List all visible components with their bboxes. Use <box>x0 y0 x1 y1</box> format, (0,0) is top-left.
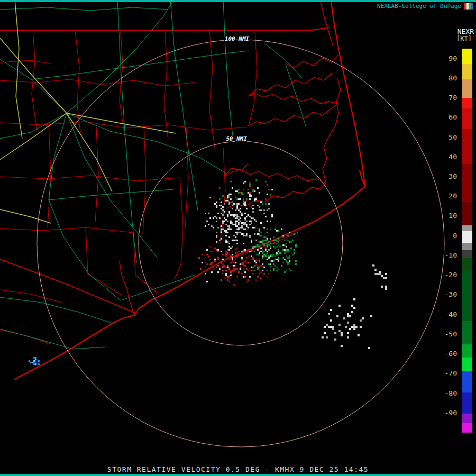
radar-echo <box>338 324 341 326</box>
radar-echo <box>222 214 224 216</box>
radar-echo <box>217 271 219 273</box>
radar-echo <box>265 255 267 257</box>
radar-echo <box>251 217 252 219</box>
radar-echo <box>209 217 211 219</box>
radar-echo <box>244 265 246 267</box>
radar-echo <box>273 263 274 265</box>
range-ring-label: 100 NMI <box>225 35 250 42</box>
radar-echo <box>219 217 221 219</box>
radar-echo <box>244 202 246 203</box>
radar-echo <box>232 254 233 255</box>
radar-echo <box>271 216 273 217</box>
radar-echo <box>263 243 265 244</box>
radar-echo <box>255 263 257 265</box>
radar-echo <box>262 255 263 257</box>
radar-echo <box>279 246 281 248</box>
radar-echo <box>235 222 236 224</box>
radar-echo <box>243 194 244 195</box>
radar-echo <box>216 267 217 268</box>
radar-echo <box>202 262 203 263</box>
radar-echo <box>228 213 230 214</box>
radar-echo <box>209 197 211 198</box>
radar-echo <box>224 265 225 267</box>
radar-echo <box>221 202 222 203</box>
radar-echo <box>219 240 221 241</box>
radar-echo <box>233 216 235 217</box>
radar-echo <box>338 305 341 307</box>
logo-stripe <box>471 3 473 10</box>
radar-echo <box>255 198 257 200</box>
county-line <box>0 60 51 63</box>
radar-echo <box>252 270 254 271</box>
radar-echo <box>216 249 217 251</box>
radar-echo <box>38 360 40 362</box>
radar-echo <box>276 267 278 268</box>
radar-echo <box>235 236 236 238</box>
neuse-river-north <box>224 169 326 183</box>
radar-echo <box>251 221 252 222</box>
radar-echo <box>336 315 338 317</box>
radar-echo <box>270 260 271 262</box>
radar-echo <box>227 241 228 243</box>
radar-echo <box>238 198 240 200</box>
radar-echo <box>265 249 267 251</box>
radar-echo <box>200 268 202 270</box>
radar-echo <box>284 244 286 246</box>
radar-echo <box>216 236 217 238</box>
radar-echo <box>267 246 268 248</box>
radar-echo <box>225 230 227 232</box>
radar-echo <box>222 195 224 197</box>
radar-echo <box>236 255 238 257</box>
radar-echo <box>294 252 295 254</box>
radar-echo <box>235 240 236 241</box>
radar-echo <box>225 276 227 278</box>
radar-echo <box>243 202 244 203</box>
radar-echo <box>252 257 254 259</box>
radar-echo <box>370 315 372 317</box>
radar-echo <box>230 248 232 249</box>
radar-echo <box>322 336 324 338</box>
radar-echo <box>259 251 260 252</box>
radar-echo <box>219 268 221 270</box>
radar-echo <box>246 216 248 217</box>
radar-echo <box>36 362 38 363</box>
radar-echo <box>232 224 233 225</box>
radar-echo <box>287 249 289 251</box>
radar-echo <box>251 255 252 257</box>
radar-echo <box>221 230 222 232</box>
radar-echo <box>276 246 278 248</box>
radar-echo <box>349 315 351 317</box>
radar-echo <box>286 243 287 244</box>
radar-echo <box>271 260 273 262</box>
radar-echo <box>268 273 270 274</box>
radar-echo <box>206 249 208 251</box>
radar-echo <box>230 262 232 263</box>
radar-echo <box>33 363 35 365</box>
radar-echo <box>268 189 270 190</box>
radar-echo <box>268 263 270 265</box>
radar-echo <box>290 241 292 243</box>
radar-echo <box>240 217 241 219</box>
radar-echo <box>219 187 221 189</box>
radar-echo <box>238 209 240 211</box>
radar-echo <box>278 268 279 270</box>
radar-echo <box>252 246 254 248</box>
radar-echo <box>270 254 271 255</box>
radar-echo <box>216 217 217 219</box>
radar-echo <box>233 240 235 241</box>
radar-echo <box>230 198 232 200</box>
radar-echo <box>282 262 284 263</box>
radar-echo <box>235 259 236 260</box>
radar-echo <box>227 252 228 254</box>
radar-echo <box>225 224 227 225</box>
radar-echo <box>228 243 230 244</box>
radar-echo <box>260 251 262 252</box>
radar-echo <box>217 265 219 267</box>
radar-echo <box>259 252 260 254</box>
radar-echo <box>259 228 260 230</box>
radar-echo <box>249 221 251 222</box>
radar-echo <box>270 270 271 271</box>
radar-echo <box>240 192 241 194</box>
radar-echo <box>217 259 219 260</box>
colorbar-tick: 20 <box>436 192 457 200</box>
